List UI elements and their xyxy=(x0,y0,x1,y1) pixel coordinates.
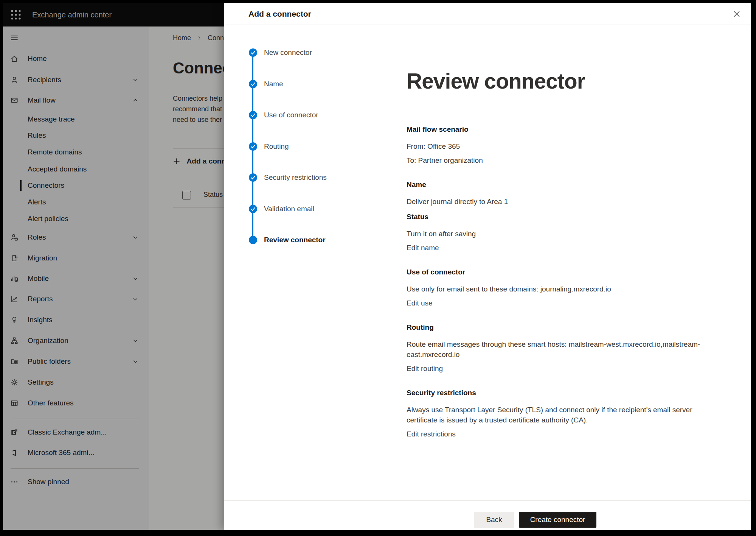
step-use-of-connector[interactable]: Use of connector xyxy=(224,107,380,123)
mail-flow-from: From: Office 365 xyxy=(407,141,713,151)
status-value: Turn it on after saving xyxy=(407,229,713,239)
step-review-connector[interactable]: Review connector xyxy=(224,232,380,248)
edit-routing-link[interactable]: Edit routing xyxy=(407,363,443,374)
security-restrictions-value: Always use Transport Layer Security (TLS… xyxy=(407,405,713,425)
step-complete-icon xyxy=(249,111,257,119)
section-mail-flow-scenario: Mail flow scenario From: Office 365 To: … xyxy=(407,125,713,165)
step-name[interactable]: Name xyxy=(224,76,380,92)
step-complete-icon xyxy=(249,48,257,57)
wizard-steps: New connector Name Use of connector Rout… xyxy=(224,25,380,501)
step-complete-icon xyxy=(249,142,257,151)
step-validation-email[interactable]: Validation email xyxy=(224,201,380,217)
step-complete-icon xyxy=(249,205,257,213)
panel-header: Add a connector xyxy=(224,3,751,25)
review-heading: Review connector xyxy=(407,69,728,93)
step-current-icon xyxy=(249,236,257,244)
create-connector-button[interactable]: Create connector xyxy=(519,512,596,528)
step-routing[interactable]: Routing xyxy=(224,138,380,155)
routing-value: Route email messages through these smart… xyxy=(407,339,713,360)
back-button[interactable]: Back xyxy=(474,512,514,528)
close-icon[interactable] xyxy=(732,9,741,19)
section-routing: Routing Route email messages through the… xyxy=(407,323,713,374)
step-new-connector[interactable]: New connector xyxy=(224,44,380,61)
connector-name-value: Deliver journal directly to Area 1 xyxy=(407,196,713,207)
mail-flow-to: To: Partner organization xyxy=(407,155,713,165)
exchange-admin-window: Exchange admin center Home Recipients Ma… xyxy=(3,3,751,530)
edit-restrictions-link[interactable]: Edit restrictions xyxy=(407,429,456,439)
section-status: Status Turn it on after saving Edit name xyxy=(407,213,713,253)
section-name: Name Deliver journal directly to Area 1 xyxy=(407,181,713,207)
panel-title: Add a connector xyxy=(248,3,311,25)
use-of-connector-value: Use only for email sent to these domains… xyxy=(407,284,713,294)
edit-name-link[interactable]: Edit name xyxy=(407,243,439,253)
panel-footer: Back Create connector xyxy=(224,500,751,530)
edit-use-link[interactable]: Edit use xyxy=(407,298,433,308)
step-complete-icon xyxy=(249,80,257,88)
section-security-restrictions: Security restrictions Always use Transpo… xyxy=(407,389,713,439)
step-complete-icon xyxy=(249,173,257,182)
section-use-of-connector: Use of connector Use only for email sent… xyxy=(407,268,713,308)
add-connector-panel: Add a connector New connector Name xyxy=(224,3,751,530)
panel-body: New connector Name Use of connector Rout… xyxy=(224,25,751,501)
review-content: Review connector Mail flow scenario From… xyxy=(380,25,751,501)
step-security-restrictions[interactable]: Security restrictions xyxy=(224,169,380,186)
